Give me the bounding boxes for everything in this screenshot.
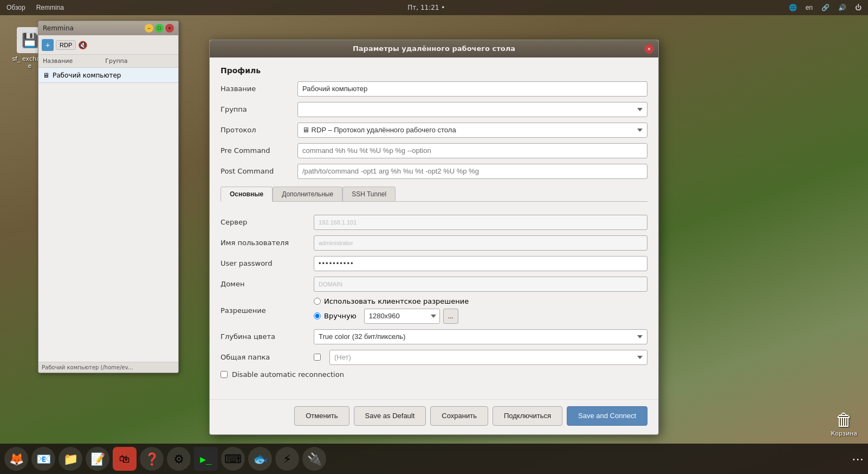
colordepth-select[interactable]: True color (32 бит/пиксель) <box>314 329 647 344</box>
tab-ssh[interactable]: SSH Tunnel <box>342 187 396 201</box>
resolution-auto-label: Использовать клиентское разрешение <box>324 297 469 305</box>
tabs-row: Основные Дополнительные SSH Tunnel <box>221 187 647 202</box>
shared-folder-label: Общая папка <box>221 353 307 361</box>
save-connect-button[interactable]: Save and Connect <box>567 406 647 426</box>
domain-input[interactable] <box>314 277 647 292</box>
resolution-auto-radio[interactable] <box>314 298 321 305</box>
tab-advanced[interactable]: Дополнительные <box>273 187 342 201</box>
group-label: Группа <box>221 105 291 113</box>
resolution-manual-row: Вручную 1280x960 ... <box>314 309 647 324</box>
save-default-button[interactable]: Save as Default <box>354 406 426 426</box>
username-row: Имя пользователя <box>221 235 647 251</box>
name-label: Название <box>221 85 291 93</box>
resolution-custom-button[interactable]: ... <box>443 309 458 324</box>
post-command-input[interactable] <box>297 164 647 179</box>
shared-folder-row: Общая папка (Нет) <box>221 350 647 365</box>
disable-reconnect-label: Disable automatic reconnection <box>232 370 344 379</box>
shared-folder-checkbox[interactable] <box>314 354 321 361</box>
dialog-content: Профиль Название Группа <box>210 57 658 399</box>
group-select-wrapper <box>297 102 647 117</box>
password-input[interactable] <box>314 256 647 271</box>
resolution-row: Разрешение Использовать клиентское разре… <box>221 297 647 324</box>
username-label: Имя пользователя <box>221 239 307 247</box>
post-command-label: Post Command <box>221 167 291 175</box>
server-select[interactable]: 192.168.1.101 <box>314 215 647 230</box>
cancel-button[interactable]: Отменить <box>294 406 349 426</box>
profile-section-title: Профиль <box>221 66 647 75</box>
server-label: Сервер <box>221 218 307 226</box>
dialog-footer: Отменить Save as Default Сохранить Подкл… <box>210 399 658 434</box>
name-input[interactable] <box>297 81 647 97</box>
domain-row: Домен <box>221 277 647 292</box>
name-row: Название <box>221 81 647 97</box>
resolution-auto-row: Использовать клиентское разрешение <box>314 297 647 305</box>
server-row: Сервер 192.168.1.101 <box>221 215 647 230</box>
desktop: Обзор Remmina Пт, 11:21 • 🌐 en 🔗 🔊 ⏻ 💾 s… <box>0 0 868 474</box>
protocol-select[interactable]: 🖥 RDP – Протокол удалённого рабочего сто… <box>297 123 647 138</box>
resolution-label: Разрешение <box>221 306 307 315</box>
post-command-row: Post Command <box>221 164 647 179</box>
group-select[interactable] <box>297 102 647 117</box>
protocol-row: Протокол 🖥 RDP – Протокол удалённого раб… <box>221 123 647 138</box>
pre-command-row: Pre Command <box>221 143 647 158</box>
tab-content-basic: Сервер 192.168.1.101 Имя пользователя Us… <box>221 207 647 390</box>
connect-button[interactable]: Подключиться <box>493 406 562 426</box>
password-row: User password <box>221 256 647 271</box>
pre-command-input[interactable] <box>297 143 647 158</box>
username-input[interactable] <box>314 235 647 251</box>
resolution-manual-label: Вручную <box>324 312 357 320</box>
disable-reconnect-checkbox[interactable] <box>221 371 228 378</box>
tabs-container: Основные Дополнительные SSH Tunnel <box>221 187 647 202</box>
shared-folder-select[interactable]: (Нет) <box>329 350 647 365</box>
colordepth-label: Глубина цвета <box>221 332 307 341</box>
remote-desktop-dialog: Параметры удалённого рабочего стола × Пр… <box>209 40 659 435</box>
tab-basic[interactable]: Основные <box>221 187 273 202</box>
disable-reconnect-row: Disable automatic reconnection <box>221 370 647 379</box>
group-row: Группа <box>221 102 647 117</box>
dialog-close-button[interactable]: × <box>644 44 654 54</box>
resolution-manual-radio[interactable] <box>314 312 321 319</box>
dialog-titlebar: Параметры удалённого рабочего стола × <box>210 40 658 57</box>
password-label: User password <box>221 259 307 267</box>
save-button[interactable]: Сохранить <box>430 406 488 426</box>
colordepth-row: Глубина цвета True color (32 бит/пиксель… <box>221 329 647 344</box>
dialog-overlay: Параметры удалённого рабочего стола × Пр… <box>0 0 868 474</box>
domain-label: Домен <box>221 280 307 288</box>
resolution-options: Использовать клиентское разрешение Вручн… <box>314 297 647 324</box>
resolution-select[interactable]: 1280x960 <box>364 309 440 324</box>
pre-command-label: Pre Command <box>221 146 291 155</box>
dialog-title: Параметры удалённого рабочего стола <box>353 44 515 53</box>
protocol-label: Протокол <box>221 126 291 134</box>
